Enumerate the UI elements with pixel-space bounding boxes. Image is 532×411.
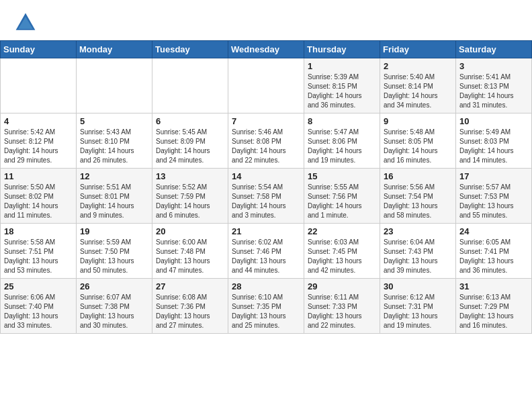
day-info: Sunrise: 5:54 AM Sunset: 7:58 PM Dayligh…: [232, 183, 300, 220]
calendar-cell: 20Sunrise: 6:00 AM Sunset: 7:48 PM Dayli…: [152, 224, 228, 279]
calendar-cell: 4Sunrise: 5:42 AM Sunset: 8:12 PM Daylig…: [1, 113, 77, 169]
day-number: 19: [80, 226, 148, 236]
calendar-cell: 1Sunrise: 5:39 AM Sunset: 8:15 PM Daylig…: [304, 58, 380, 113]
calendar-cell: 7Sunrise: 5:46 AM Sunset: 8:08 PM Daylig…: [228, 113, 304, 169]
day-of-week-saturday: Saturday: [456, 41, 532, 58]
calendar-cell: 29Sunrise: 6:11 AM Sunset: 7:33 PM Dayli…: [304, 279, 380, 334]
calendar-cell: 23Sunrise: 6:04 AM Sunset: 7:43 PM Dayli…: [380, 224, 456, 279]
day-number: 1: [308, 61, 376, 71]
day-number: 11: [4, 171, 73, 181]
day-info: Sunrise: 5:57 AM Sunset: 7:53 PM Dayligh…: [459, 183, 528, 220]
day-info: Sunrise: 5:58 AM Sunset: 7:51 PM Dayligh…: [4, 238, 73, 275]
calendar-cell: 6Sunrise: 5:45 AM Sunset: 8:09 PM Daylig…: [152, 113, 228, 169]
calendar-cell: 10Sunrise: 5:49 AM Sunset: 8:03 PM Dayli…: [456, 113, 532, 169]
day-number: 27: [156, 281, 224, 291]
calendar-header-row: SundayMondayTuesdayWednesdayThursdayFrid…: [1, 41, 532, 58]
day-info: Sunrise: 5:48 AM Sunset: 8:05 PM Dayligh…: [384, 128, 452, 165]
calendar-cell: 2Sunrise: 5:40 AM Sunset: 8:14 PM Daylig…: [380, 58, 456, 113]
day-info: Sunrise: 5:40 AM Sunset: 8:14 PM Dayligh…: [384, 73, 452, 110]
logo: [13, 11, 40, 35]
day-of-week-tuesday: Tuesday: [152, 41, 228, 58]
day-info: Sunrise: 5:55 AM Sunset: 7:56 PM Dayligh…: [308, 183, 376, 220]
day-info: Sunrise: 5:50 AM Sunset: 8:02 PM Dayligh…: [4, 183, 73, 220]
day-info: Sunrise: 5:52 AM Sunset: 7:59 PM Dayligh…: [156, 183, 224, 220]
day-number: 7: [232, 116, 300, 126]
day-number: 17: [459, 171, 528, 181]
calendar-cell: 12Sunrise: 5:51 AM Sunset: 8:01 PM Dayli…: [77, 169, 152, 224]
day-info: Sunrise: 6:13 AM Sunset: 7:29 PM Dayligh…: [459, 293, 528, 330]
day-number: 29: [308, 281, 376, 291]
calendar-cell: [1, 58, 77, 113]
day-info: Sunrise: 6:05 AM Sunset: 7:41 PM Dayligh…: [459, 238, 528, 275]
day-of-week-wednesday: Wednesday: [228, 41, 304, 58]
calendar-cell: 13Sunrise: 5:52 AM Sunset: 7:59 PM Dayli…: [152, 169, 228, 224]
day-number: 20: [156, 226, 224, 236]
calendar-cell: 25Sunrise: 6:06 AM Sunset: 7:40 PM Dayli…: [1, 279, 77, 334]
calendar-cell: 14Sunrise: 5:54 AM Sunset: 7:58 PM Dayli…: [228, 169, 304, 224]
day-number: 18: [4, 226, 73, 236]
day-info: Sunrise: 5:46 AM Sunset: 8:08 PM Dayligh…: [232, 128, 300, 165]
day-number: 13: [156, 171, 224, 181]
calendar-cell: 27Sunrise: 6:08 AM Sunset: 7:36 PM Dayli…: [152, 279, 228, 334]
day-info: Sunrise: 5:43 AM Sunset: 8:10 PM Dayligh…: [80, 128, 148, 165]
calendar-cell: 16Sunrise: 5:56 AM Sunset: 7:54 PM Dayli…: [380, 169, 456, 224]
day-number: 22: [308, 226, 376, 236]
calendar-cell: 28Sunrise: 6:10 AM Sunset: 7:35 PM Dayli…: [228, 279, 304, 334]
day-number: 23: [384, 226, 452, 236]
day-info: Sunrise: 6:00 AM Sunset: 7:48 PM Dayligh…: [156, 238, 224, 275]
calendar-cell: 17Sunrise: 5:57 AM Sunset: 7:53 PM Dayli…: [456, 169, 532, 224]
calendar-week-row: 18Sunrise: 5:58 AM Sunset: 7:51 PM Dayli…: [1, 224, 532, 279]
day-number: 15: [308, 171, 376, 181]
day-info: Sunrise: 6:06 AM Sunset: 7:40 PM Dayligh…: [4, 293, 73, 330]
day-number: 24: [459, 226, 528, 236]
day-info: Sunrise: 5:47 AM Sunset: 8:06 PM Dayligh…: [308, 128, 376, 165]
calendar-cell: [152, 58, 228, 113]
day-number: 12: [80, 171, 148, 181]
day-number: 30: [384, 281, 452, 291]
page-header: [0, 0, 532, 40]
day-of-week-sunday: Sunday: [1, 41, 77, 58]
calendar-cell: 21Sunrise: 6:02 AM Sunset: 7:46 PM Dayli…: [228, 224, 304, 279]
day-number: 6: [156, 116, 224, 126]
day-number: 16: [384, 171, 452, 181]
day-info: Sunrise: 5:41 AM Sunset: 8:13 PM Dayligh…: [459, 73, 528, 110]
calendar-cell: 31Sunrise: 6:13 AM Sunset: 7:29 PM Dayli…: [456, 279, 532, 334]
calendar-week-row: 1Sunrise: 5:39 AM Sunset: 8:15 PM Daylig…: [1, 58, 532, 113]
day-info: Sunrise: 5:49 AM Sunset: 8:03 PM Dayligh…: [459, 128, 528, 165]
day-number: 5: [80, 116, 148, 126]
calendar-week-row: 25Sunrise: 6:06 AM Sunset: 7:40 PM Dayli…: [1, 279, 532, 334]
calendar-cell: 15Sunrise: 5:55 AM Sunset: 7:56 PM Dayli…: [304, 169, 380, 224]
calendar-cell: 11Sunrise: 5:50 AM Sunset: 8:02 PM Dayli…: [1, 169, 77, 224]
calendar-cell: 22Sunrise: 6:03 AM Sunset: 7:45 PM Dayli…: [304, 224, 380, 279]
calendar-cell: 18Sunrise: 5:58 AM Sunset: 7:51 PM Dayli…: [1, 224, 77, 279]
day-info: Sunrise: 6:11 AM Sunset: 7:33 PM Dayligh…: [308, 293, 376, 330]
calendar-week-row: 11Sunrise: 5:50 AM Sunset: 8:02 PM Dayli…: [1, 169, 532, 224]
calendar-cell: 30Sunrise: 6:12 AM Sunset: 7:31 PM Dayli…: [380, 279, 456, 334]
calendar-cell: 5Sunrise: 5:43 AM Sunset: 8:10 PM Daylig…: [77, 113, 152, 169]
day-number: 8: [308, 116, 376, 126]
calendar-cell: 9Sunrise: 5:48 AM Sunset: 8:05 PM Daylig…: [380, 113, 456, 169]
day-number: 26: [80, 281, 148, 291]
day-number: 14: [232, 171, 300, 181]
day-info: Sunrise: 5:39 AM Sunset: 8:15 PM Dayligh…: [308, 73, 376, 110]
calendar-week-row: 4Sunrise: 5:42 AM Sunset: 8:12 PM Daylig…: [1, 113, 532, 169]
day-info: Sunrise: 5:56 AM Sunset: 7:54 PM Dayligh…: [384, 183, 452, 220]
calendar-cell: 19Sunrise: 5:59 AM Sunset: 7:50 PM Dayli…: [77, 224, 152, 279]
calendar-cell: [77, 58, 152, 113]
day-of-week-thursday: Thursday: [304, 41, 380, 58]
calendar-cell: 26Sunrise: 6:07 AM Sunset: 7:38 PM Dayli…: [77, 279, 152, 334]
calendar-cell: [228, 58, 304, 113]
day-number: 10: [459, 116, 528, 126]
day-of-week-monday: Monday: [77, 41, 152, 58]
day-info: Sunrise: 6:07 AM Sunset: 7:38 PM Dayligh…: [80, 293, 148, 330]
day-info: Sunrise: 6:02 AM Sunset: 7:46 PM Dayligh…: [232, 238, 300, 275]
day-info: Sunrise: 6:12 AM Sunset: 7:31 PM Dayligh…: [384, 293, 452, 330]
calendar-cell: 3Sunrise: 5:41 AM Sunset: 8:13 PM Daylig…: [456, 58, 532, 113]
day-of-week-friday: Friday: [380, 41, 456, 58]
day-number: 3: [459, 61, 528, 71]
calendar-table: SundayMondayTuesdayWednesdayThursdayFrid…: [0, 40, 532, 334]
day-info: Sunrise: 6:04 AM Sunset: 7:43 PM Dayligh…: [384, 238, 452, 275]
day-info: Sunrise: 5:45 AM Sunset: 8:09 PM Dayligh…: [156, 128, 224, 165]
day-info: Sunrise: 6:10 AM Sunset: 7:35 PM Dayligh…: [232, 293, 300, 330]
calendar-cell: 8Sunrise: 5:47 AM Sunset: 8:06 PM Daylig…: [304, 113, 380, 169]
